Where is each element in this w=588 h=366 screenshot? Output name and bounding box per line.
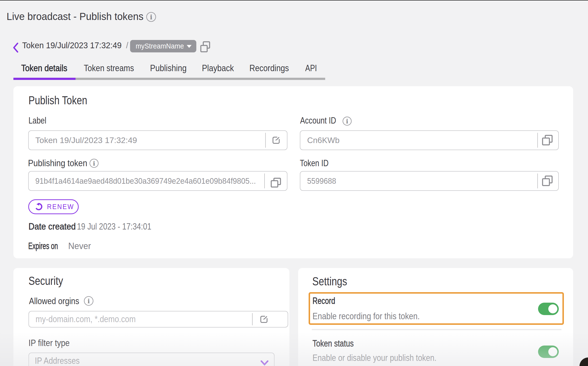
svg-text:i: i xyxy=(150,13,152,21)
svg-text:i: i xyxy=(88,298,90,304)
svg-text:i: i xyxy=(346,118,348,125)
svg-text:i: i xyxy=(93,160,95,167)
